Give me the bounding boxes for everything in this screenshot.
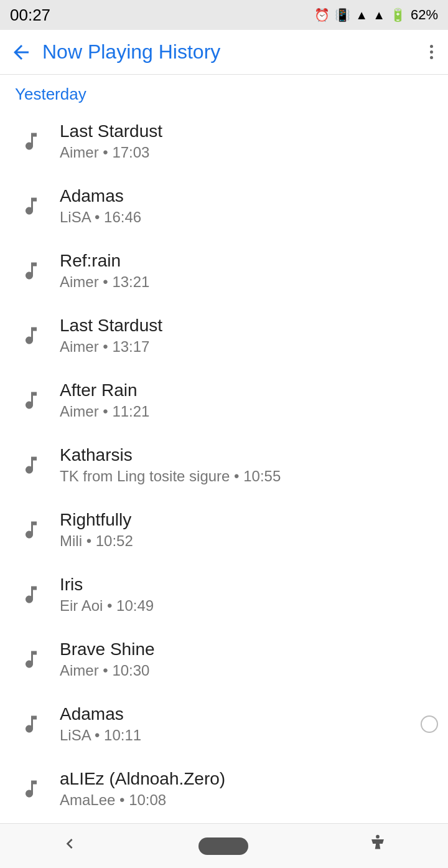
song-subtitle: LiSA • 16:46 bbox=[60, 209, 433, 226]
nav-accessibility-button[interactable] bbox=[367, 833, 388, 859]
music-note-icon bbox=[15, 389, 47, 412]
song-item[interactable]: aLIEz (Aldnoah.Zero)AmaLee • 10:08 bbox=[0, 757, 448, 821]
song-item[interactable]: KatharsisTK from Ling tosite sigure • 10… bbox=[0, 433, 448, 498]
song-info: AdamasLiSA • 10:11 bbox=[60, 704, 433, 744]
song-title: Last Stardust bbox=[60, 121, 433, 141]
song-info: Brave ShineAimer • 10:30 bbox=[60, 639, 433, 679]
music-note-icon bbox=[15, 778, 47, 800]
music-note-icon bbox=[15, 130, 47, 153]
song-item[interactable]: Ref:rainAimer • 13:21 bbox=[0, 238, 448, 303]
song-item[interactable]: Last StardustAimer • 13:17 bbox=[0, 303, 448, 368]
song-title: Last Stardust bbox=[60, 316, 433, 336]
song-title: Rightfully bbox=[60, 510, 433, 530]
song-info: aLIEz (Aldnoah.Zero)AmaLee • 10:08 bbox=[60, 769, 433, 809]
more-button[interactable] bbox=[425, 40, 438, 64]
status-icons: ⏰ 📳 ▲ ▲ 🔋 62% bbox=[314, 7, 438, 23]
song-item[interactable]: AdamasLiSA • 10:11 bbox=[0, 692, 448, 757]
music-note-icon bbox=[15, 648, 47, 671]
status-bar: 00:27 ⏰ 📳 ▲ ▲ 🔋 62% bbox=[0, 0, 448, 30]
song-title: Brave Shine bbox=[60, 639, 433, 659]
more-dot-3 bbox=[430, 56, 433, 59]
song-title: Iris bbox=[60, 575, 433, 595]
app-bar: Now Playing History bbox=[0, 30, 448, 75]
music-note-icon bbox=[15, 195, 47, 217]
nav-home-button[interactable] bbox=[198, 837, 248, 855]
nav-back-button[interactable] bbox=[60, 834, 80, 859]
song-info: AdamasLiSA • 16:46 bbox=[60, 186, 433, 226]
song-title: After Rain bbox=[60, 380, 433, 400]
song-title: aLIEz (Aldnoah.Zero) bbox=[60, 769, 433, 789]
alarm-icon: ⏰ bbox=[314, 7, 330, 22]
back-button[interactable] bbox=[10, 41, 32, 64]
song-info: RightfullyMili • 10:52 bbox=[60, 510, 433, 550]
song-item[interactable]: IrisEir Aoi • 10:49 bbox=[0, 562, 448, 627]
song-list: Last StardustAimer • 17:03AdamasLiSA • 1… bbox=[0, 109, 448, 821]
song-item[interactable]: RightfullyMili • 10:52 bbox=[0, 498, 448, 562]
vibrate-icon: 📳 bbox=[335, 7, 350, 22]
song-title: Katharsis bbox=[60, 445, 433, 465]
song-title: Adamas bbox=[60, 186, 433, 206]
svg-point-0 bbox=[376, 834, 380, 838]
song-subtitle: Mili • 10:52 bbox=[60, 532, 433, 550]
music-note-icon bbox=[15, 519, 47, 541]
content-area: Yesterday Last StardustAimer • 17:03Adam… bbox=[0, 75, 448, 866]
song-subtitle: TK from Ling tosite sigure • 10:55 bbox=[60, 468, 433, 485]
music-note-icon bbox=[15, 713, 47, 735]
song-subtitle: Aimer • 13:21 bbox=[60, 273, 433, 291]
song-subtitle: Aimer • 17:03 bbox=[60, 144, 433, 161]
battery-icon: 🔋 bbox=[390, 7, 406, 22]
battery-level: 62% bbox=[411, 7, 438, 23]
song-info: After RainAimer • 11:21 bbox=[60, 380, 433, 420]
song-info: Last StardustAimer • 17:03 bbox=[60, 121, 433, 161]
song-subtitle: Aimer • 13:17 bbox=[60, 338, 433, 356]
song-info: IrisEir Aoi • 10:49 bbox=[60, 575, 433, 615]
music-note-icon bbox=[15, 260, 47, 282]
song-info: Ref:rainAimer • 13:21 bbox=[60, 251, 433, 291]
section-header-yesterday: Yesterday bbox=[0, 75, 448, 109]
song-subtitle: Aimer • 10:30 bbox=[60, 662, 433, 679]
song-info: Last StardustAimer • 13:17 bbox=[60, 316, 433, 356]
wifi-icon: ▲ bbox=[355, 8, 368, 22]
music-note-icon bbox=[15, 454, 47, 476]
song-item[interactable]: After RainAimer • 11:21 bbox=[0, 368, 448, 433]
music-note-icon bbox=[15, 324, 47, 347]
song-subtitle: LiSA • 10:11 bbox=[60, 727, 433, 744]
signal-icon: ▲ bbox=[373, 8, 385, 22]
song-info: KatharsisTK from Ling tosite sigure • 10… bbox=[60, 445, 433, 485]
song-item[interactable]: Brave ShineAimer • 10:30 bbox=[0, 627, 448, 692]
song-item[interactable]: Last StardustAimer • 17:03 bbox=[0, 109, 448, 174]
page-title: Now Playing History bbox=[42, 40, 425, 64]
bottom-nav bbox=[0, 823, 448, 868]
music-note-icon bbox=[15, 583, 47, 606]
status-time: 00:27 bbox=[10, 6, 50, 25]
more-dot-1 bbox=[430, 45, 433, 48]
more-dot-2 bbox=[430, 50, 433, 54]
song-subtitle: Aimer • 11:21 bbox=[60, 403, 433, 420]
song-title: Ref:rain bbox=[60, 251, 433, 271]
song-item[interactable]: AdamasLiSA • 16:46 bbox=[0, 174, 448, 238]
scroll-indicator bbox=[421, 715, 438, 733]
song-subtitle: Eir Aoi • 10:49 bbox=[60, 597, 433, 615]
song-subtitle: AmaLee • 10:08 bbox=[60, 791, 433, 809]
song-title: Adamas bbox=[60, 704, 433, 724]
